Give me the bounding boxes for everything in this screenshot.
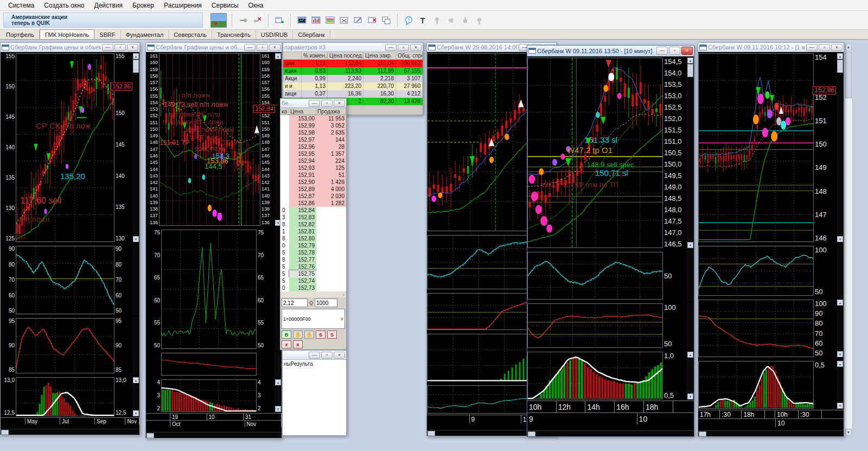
window-sber-active-chart[interactable]: Сбербанк W 09.11.2016 13:50 - [10 минут]… [527, 45, 694, 437]
window-sber-hourly-chart[interactable]: Сбербанк Графики цены и об... — ▫ × 1611… [145, 42, 282, 439]
window-settings-icon[interactable] [352, 14, 364, 26]
title-bar[interactable]: Сбербанк W 09.11.2016 13:50 - [10 минут]… [527, 46, 694, 56]
bid-row[interactable]: 0 152,84 [280, 207, 346, 214]
order-qty-input[interactable] [315, 298, 337, 307]
pane-scrollbar[interactable]: ▲▼ [837, 360, 844, 410]
scroll-right-icon[interactable]: › [280, 291, 346, 297]
pane-scrollbar[interactable]: ▲▼ [687, 56, 694, 249]
ask-row[interactable]: 152,95 1 357 [280, 150, 346, 157]
h-scrollbar[interactable] [698, 430, 844, 436]
ad-banner[interactable]: Американские акции теперь в QUIK [3, 12, 203, 28]
ask-row[interactable]: 152,93 125 [280, 164, 346, 171]
window-order-book[interactable]: бе... — ▫ × ка Цена Продажа 153,00 11 95… [280, 98, 347, 350]
bid-row[interactable]: 5 152,74 [280, 277, 346, 284]
cancel-sell-orders-button[interactable]: х [293, 340, 303, 348]
close-button[interactable]: × [410, 44, 422, 51]
pane-scrollbar[interactable]: ▲▼ [132, 376, 139, 417]
scroll-down-icon[interactable]: ▼ [845, 429, 852, 436]
workspace-tab[interactable]: Северсталь [169, 30, 212, 39]
workspace-tab[interactable]: SBRF [94, 30, 120, 39]
h-scrollbar[interactable] [527, 430, 694, 436]
hand-down-icon[interactable] [473, 14, 485, 26]
chart-plot[interactable] [161, 230, 257, 349]
hand-pointer-icon[interactable] [431, 14, 443, 26]
menu-item[interactable]: Сервисы [207, 1, 244, 10]
bid-row[interactable]: 8 152,80 [280, 235, 346, 242]
hand-sell-icon[interactable]: ✋ [304, 331, 314, 339]
pane-scrollbar[interactable] [132, 317, 139, 374]
window-results[interactable]: — ▫ × ныРезульта [282, 350, 347, 436]
bid-row[interactable]: 0 152,79 [280, 242, 346, 249]
table-row[interactable]: ции 1,19 152,84 151,04 396 682 [283, 60, 423, 67]
workspace-tab[interactable]: ГМК НорНокель [40, 29, 94, 39]
minimize-button[interactable]: — [309, 100, 320, 107]
menu-item[interactable]: Создать окно [39, 1, 89, 10]
chart-plot[interactable] [698, 361, 814, 409]
title-bar[interactable]: параметров #3 — ▫ × [283, 43, 423, 52]
chart-plot[interactable]: п/п ложн 149,73 sell п/п ложн п/п ложн Ф… [159, 53, 260, 226]
chart-plot[interactable] [161, 353, 257, 376]
pane-scrollbar[interactable]: ▲▼ [837, 52, 844, 243]
copy-window-icon[interactable] [380, 14, 392, 26]
minimize-button[interactable]: — [806, 44, 818, 51]
candle-chart-icon[interactable] [310, 14, 322, 26]
ad-image[interactable] [210, 13, 227, 28]
chart-plot[interactable] [698, 53, 814, 242]
chart-plot[interactable] [527, 303, 663, 348]
minimize-button[interactable]: — [656, 47, 668, 55]
maximize-button[interactable]: ▫ [114, 44, 126, 51]
table-row[interactable]: Акци 0,99 2,240 2,218 3 107 [283, 75, 423, 82]
workspace-tab[interactable]: Портфель [1, 30, 40, 39]
chart-plot[interactable] [527, 352, 663, 399]
chart-plot[interactable] [16, 377, 114, 416]
table-row[interactable]: акци 0,37 16,36 16,30 4 212 [283, 90, 423, 98]
bid-row[interactable]: 8 152,82 [280, 221, 346, 228]
title-bar[interactable]: Сбербанк Графики цены и об... — ▫ × [146, 43, 282, 52]
window-sber-1min-chart[interactable]: Сбербанк W 09.11.2016 10:12 - [1 ми... —… [698, 42, 844, 437]
ask-row[interactable]: 153,00 11 953 [280, 115, 346, 122]
chart-plot[interactable] [527, 252, 663, 300]
help-balloon-icon[interactable]: ! [403, 14, 414, 26]
maximize-button[interactable]: ▫ [257, 44, 268, 51]
ask-row[interactable]: 152,91 51 [280, 171, 346, 179]
hand-up-icon[interactable] [459, 14, 471, 26]
menu-item[interactable]: Брокер [127, 1, 159, 10]
pane-scrollbar[interactable] [275, 352, 282, 377]
maximize-button[interactable]: ▫ [669, 47, 680, 55]
hand-drag-icon[interactable] [445, 14, 457, 26]
bid-row[interactable]: 8 152,77 [280, 256, 346, 263]
chart-plot[interactable] [16, 246, 114, 314]
quotes-table-icon[interactable] [324, 14, 336, 26]
scroll-thumb[interactable] [845, 52, 852, 98]
maximize-button[interactable]: ▫ [321, 352, 333, 359]
close-button[interactable]: × [831, 44, 843, 51]
ask-row[interactable]: 152,87 2 030 [280, 193, 346, 200]
account-select[interactable]: 1+00000F00 ˅ [282, 309, 345, 329]
chart-plot[interactable] [16, 318, 114, 373]
ask-row[interactable]: 152,90 1 426 [280, 179, 346, 186]
price-chart-icon[interactable] [296, 14, 308, 26]
mdi-scrollbar[interactable]: ▲ ▼ [844, 42, 853, 437]
bid-row[interactable]: 5 152,75 [280, 270, 346, 277]
minimize-button[interactable]: — [102, 44, 113, 51]
menu-item[interactable]: Действия [90, 1, 128, 10]
chart-plot[interactable]: СР СК п/л лож 135,20 117,60 sell п/п лож… [16, 53, 114, 242]
chart-plot[interactable] [698, 246, 814, 296]
scroll-up-icon[interactable]: ▲ [845, 43, 852, 50]
ask-row[interactable]: 152,97 144 [280, 136, 346, 143]
ask-row[interactable]: 152,99 3 052 [280, 122, 346, 129]
pane-scrollbar[interactable] [132, 245, 139, 315]
title-bar[interactable]: бе... — ▫ × [280, 99, 346, 108]
ask-row[interactable]: 152,89 4 000 [280, 186, 346, 193]
pane-scrollbar[interactable] [687, 302, 694, 349]
chart-plot[interactable] [698, 300, 814, 357]
maximize-button[interactable]: ▫ [321, 100, 333, 107]
h-scrollbar[interactable] [1, 429, 139, 435]
sell-button[interactable]: S [316, 331, 326, 339]
order-price-input[interactable] [282, 298, 308, 307]
pane-scrollbar[interactable]: ▲▼ [687, 351, 694, 401]
maximize-button[interactable]: ▫ [398, 44, 409, 51]
bid-row[interactable]: 0 152,73 [280, 284, 346, 291]
pane-scrollbar[interactable]: ▲▼ [837, 298, 844, 358]
bid-row[interactable]: 3 152,83 [280, 214, 346, 221]
